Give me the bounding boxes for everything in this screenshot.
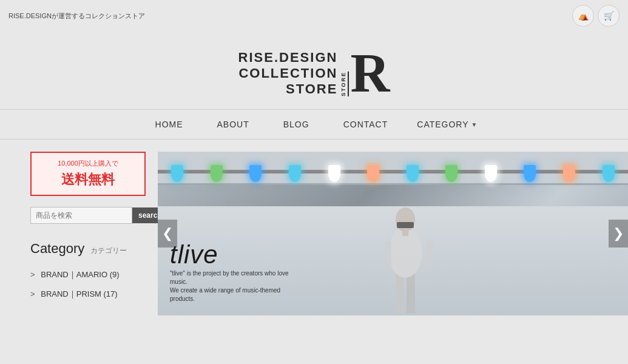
nav-category[interactable]: CATEGORY ▼ [405,110,490,139]
logo-r-big: R [350,50,390,97]
slide-prev-button[interactable]: ❮ [158,220,177,248]
light-fixture [407,165,419,182]
slide-brand: tlive "tlive" is the project by the crea… [170,240,291,303]
logo-line3: STORE [238,81,338,97]
sidebar: 10,000円以上購入で 送料無料 search Category カテゴリー … [0,152,158,315]
top-bar: RISE.DESIGNが運営するコレクションストア ⛺ 🛒 [0,0,628,32]
light-fixture [485,165,497,182]
list-item[interactable]: > BRAND｜AMARIO (9) [30,265,146,285]
nav-bar: HOME ABOUT BLOG CONTACT CATEGORY ▼ [0,109,628,140]
light-fixture [171,165,183,182]
category-subtitle: カテゴリー [90,246,127,256]
logo-r-block: STORE R [341,50,390,97]
nav-contact[interactable]: CONTACT [326,110,405,139]
category-list: > BRAND｜AMARIO (9) > BRAND｜PRISM (17) [30,265,146,304]
logo-line1: RISE.DESIGN [238,50,338,66]
chevron-down-icon: ▼ [471,121,478,128]
nav-about[interactable]: ABOUT [200,110,266,139]
arrow-icon: > [30,289,35,298]
brand-quote: "tlive" is the project by the creators w… [170,269,291,286]
logo-line2: COLLECTION [238,66,338,81]
light-fixture [328,165,340,182]
category-heading: Category カテゴリー [30,241,146,257]
logo-text: RISE.DESIGN COLLECTION STORE [238,50,338,97]
category-item-label: BRAND｜AMARIO [41,270,107,279]
arrow-icon: > [30,270,35,279]
promo-small-text: 10,000円以上購入で [40,159,136,168]
brand-desc: We create a wide range of music-themed p… [170,286,291,303]
nav-blog[interactable]: BLOG [266,110,326,139]
promo-big-text: 送料無料 [40,170,136,189]
light-fixture [603,165,615,182]
category-item-count: (17) [104,289,118,298]
nav-category-label: CATEGORY [417,120,468,129]
top-icons: ⛺ 🛒 [572,5,620,27]
light-fixture [289,165,301,182]
slide-next-button[interactable]: ❯ [609,220,628,248]
promo-box: 10,000円以上購入で 送料無料 [30,152,146,196]
light-fixture [211,165,223,182]
list-item[interactable]: > BRAND｜PRISM (17) [30,285,146,304]
category-title: Category [30,241,84,257]
search-input[interactable] [30,207,132,224]
cart-icon[interactable]: 🛒 [598,5,620,27]
light-fixture [524,165,536,182]
search-row: search [30,207,146,224]
category-item-count: (9) [110,270,120,279]
svg-rect-7 [397,222,414,228]
light-fixture [249,165,262,182]
main-content: 10,000円以上購入で 送料無料 search Category カテゴリー … [0,140,628,315]
person-figure [382,192,437,315]
category-item-label: BRAND｜PRISM [41,289,101,298]
logo-area: RISE.DESIGN COLLECTION STORE STORE R [0,32,628,109]
brand-name: tlive [170,240,291,269]
light-fixture [445,165,457,182]
svg-rect-3 [385,240,391,268]
tagline: RISE.DESIGNが運営するコレクションストア [8,12,145,21]
light-fixtures [158,165,628,182]
light-fixture [563,165,575,182]
slide-image: tlive "tlive" is the project by the crea… [158,152,628,315]
tent-icon[interactable]: ⛺ [572,5,594,27]
light-fixture [367,165,379,182]
slideshow: tlive "tlive" is the project by the crea… [158,152,628,315]
svg-rect-4 [423,240,434,268]
logo-store-vert: STORE [341,72,349,96]
nav-home[interactable]: HOME [138,110,200,139]
